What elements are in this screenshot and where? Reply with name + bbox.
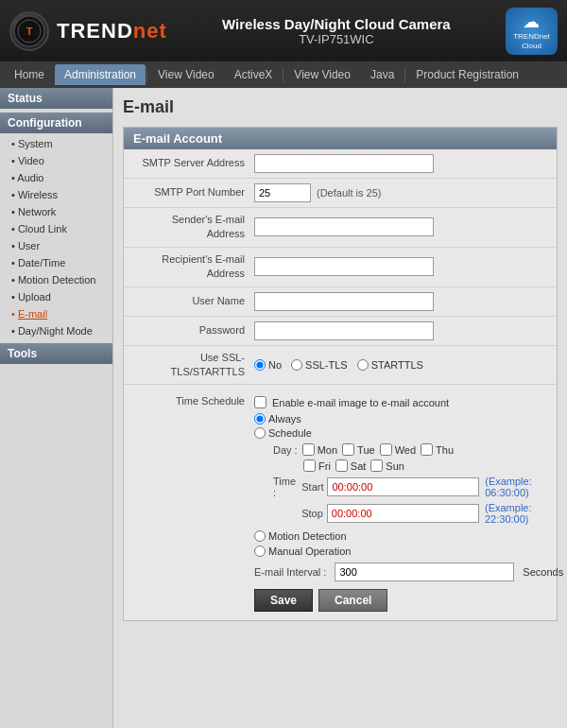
nav-viewvideo-activex[interactable]: View Video xyxy=(148,64,224,85)
mon-label[interactable]: Mon xyxy=(302,443,337,456)
password-row: Password xyxy=(124,317,557,346)
sidebar-item-daynight[interactable]: • Day/Night Mode xyxy=(0,322,112,339)
always-radio[interactable] xyxy=(254,413,266,425)
always-label[interactable]: Always xyxy=(254,413,563,425)
ssl-no-text: No xyxy=(268,359,282,371)
sender-email-label: Sender's E-mail Address xyxy=(131,213,254,242)
ssl-starttls-label[interactable]: STARTTLS xyxy=(357,359,423,371)
ssl-starttls-text: STARTTLS xyxy=(371,359,423,371)
ssl-no-radio[interactable] xyxy=(254,359,266,371)
ssl-no-label[interactable]: No xyxy=(254,359,282,371)
password-input[interactable] xyxy=(254,321,434,340)
enable-email-row: Enable e-mail image to e-mail account xyxy=(254,396,563,408)
interval-input[interactable] xyxy=(335,563,514,581)
sat-label[interactable]: Sat xyxy=(335,459,367,472)
wed-checkbox[interactable] xyxy=(380,443,392,456)
logo-area: T TRENDnet xyxy=(9,11,167,51)
ssl-label: Use SSL-TLS/STARTTLS xyxy=(131,351,254,380)
interval-unit: Seconds xyxy=(523,566,563,578)
sidebar-item-datetime[interactable]: • Date/Time xyxy=(0,254,112,271)
schedule-label[interactable]: Schedule xyxy=(254,427,563,439)
sidebar-item-audio[interactable]: • Audio xyxy=(0,169,112,186)
wed-text: Wed xyxy=(395,444,416,456)
email-account-section: E-mail Account SMTP Server Address SMTP … xyxy=(123,127,558,621)
manual-operation-label[interactable]: Manual Operation xyxy=(254,546,563,557)
interval-row: E-mail Interval : Seconds xyxy=(254,563,563,581)
sidebar-item-upload[interactable]: • Upload xyxy=(0,288,112,305)
recipient-email-field-wrap xyxy=(254,257,549,276)
nav-activex[interactable]: ActiveX xyxy=(225,64,283,85)
day-row-2: Fri Sat Sun xyxy=(303,459,563,472)
time-label: Time : xyxy=(273,476,297,498)
sidebar-item-video[interactable]: • Video xyxy=(0,152,112,169)
ssl-tls-radio[interactable] xyxy=(291,359,302,371)
start-time-input[interactable] xyxy=(327,477,479,496)
sidebar-item-network[interactable]: • Network xyxy=(0,203,112,220)
nav-java[interactable]: Java xyxy=(361,64,404,85)
ssl-options: No SSL-TLS STARTTLS xyxy=(254,359,549,371)
sidebar-item-user[interactable]: • User xyxy=(0,237,112,254)
sidebar-tools-header: Tools xyxy=(0,343,112,364)
nav-product-registration[interactable]: Product Registration xyxy=(406,64,528,85)
motion-detection-text: Motion Detection xyxy=(268,530,347,542)
wed-label[interactable]: Wed xyxy=(380,443,416,456)
tue-checkbox[interactable] xyxy=(342,443,354,456)
sun-checkbox[interactable] xyxy=(370,459,383,472)
smtp-port-hint: (Default is 25) xyxy=(317,187,381,199)
motion-detection-label[interactable]: Motion Detection xyxy=(254,530,563,542)
nav-administration[interactable]: Administration xyxy=(55,64,146,85)
thu-checkbox[interactable] xyxy=(421,443,433,456)
enable-email-label: Enable e-mail image to e-mail account xyxy=(272,397,449,408)
mon-text: Mon xyxy=(318,444,337,456)
day-section: Day : Mon Tue Wed xyxy=(273,443,563,472)
ssl-tls-label[interactable]: SSL-TLS xyxy=(291,359,348,371)
tue-text: Tue xyxy=(357,444,375,456)
sender-email-input[interactable] xyxy=(254,217,434,236)
sender-email-row: Sender's E-mail Address xyxy=(124,208,557,248)
main-layout: Status Configuration • System • Video • … xyxy=(0,88,567,728)
sat-text: Sat xyxy=(351,460,367,472)
smtp-port-input[interactable] xyxy=(254,183,311,202)
sidebar-item-motiondetection[interactable]: • Motion Detection xyxy=(0,271,112,288)
nav-home[interactable]: Home xyxy=(5,64,54,85)
stop-time-hint: (Example: 22:30:00) xyxy=(485,502,563,525)
username-input[interactable] xyxy=(254,292,434,311)
ssl-row: Use SSL-TLS/STARTTLS No SSL-TLS STARTTLS xyxy=(124,346,557,386)
sidebar-item-email[interactable]: • E-mail xyxy=(0,305,112,322)
time-schedule-label: Time Schedule xyxy=(131,392,254,408)
sat-checkbox[interactable] xyxy=(335,459,348,472)
thu-label[interactable]: Thu xyxy=(421,443,454,456)
camera-model: TV-IP751WIC xyxy=(222,32,451,46)
cancel-button[interactable]: Cancel xyxy=(318,589,387,612)
ssl-starttls-radio[interactable] xyxy=(357,359,369,371)
camera-title: Wireless Day/Night Cloud Camera xyxy=(222,16,451,32)
sidebar-item-cloudlink[interactable]: • Cloud Link xyxy=(0,220,112,237)
start-label: Start xyxy=(301,481,323,493)
stop-label: Stop xyxy=(301,508,323,519)
recipient-email-input[interactable] xyxy=(254,257,434,276)
recipient-email-row: Recipient's E-mail Address xyxy=(124,248,557,287)
motion-detection-radio[interactable] xyxy=(254,530,266,542)
smtp-port-label: SMTP Port Number xyxy=(131,185,254,199)
nav-viewvideo-java[interactable]: View Video xyxy=(284,64,360,85)
sidebar-item-system[interactable]: • System xyxy=(0,135,112,152)
email-account-title: E-mail Account xyxy=(124,128,557,149)
fri-text: Fri xyxy=(318,460,331,472)
sun-label[interactable]: Sun xyxy=(370,459,404,472)
day-row-1: Day : Mon Tue Wed xyxy=(273,443,563,456)
save-button[interactable]: Save xyxy=(254,589,313,612)
smtp-server-input[interactable] xyxy=(254,154,434,173)
mon-checkbox[interactable] xyxy=(302,443,315,456)
password-label: Password xyxy=(131,323,254,338)
fri-label[interactable]: Fri xyxy=(303,459,331,472)
page-title: E-mail xyxy=(123,97,558,117)
fri-checkbox[interactable] xyxy=(303,459,316,472)
stop-time-input[interactable] xyxy=(327,504,479,523)
manual-operation-radio[interactable] xyxy=(254,546,266,557)
enable-email-checkbox[interactable] xyxy=(254,396,266,408)
sidebar-item-wireless[interactable]: • Wireless xyxy=(0,186,112,203)
sun-text: Sun xyxy=(386,460,404,472)
interval-label: E-mail Interval : xyxy=(254,566,326,578)
schedule-radio[interactable] xyxy=(254,427,266,439)
tue-label[interactable]: Tue xyxy=(342,443,375,456)
